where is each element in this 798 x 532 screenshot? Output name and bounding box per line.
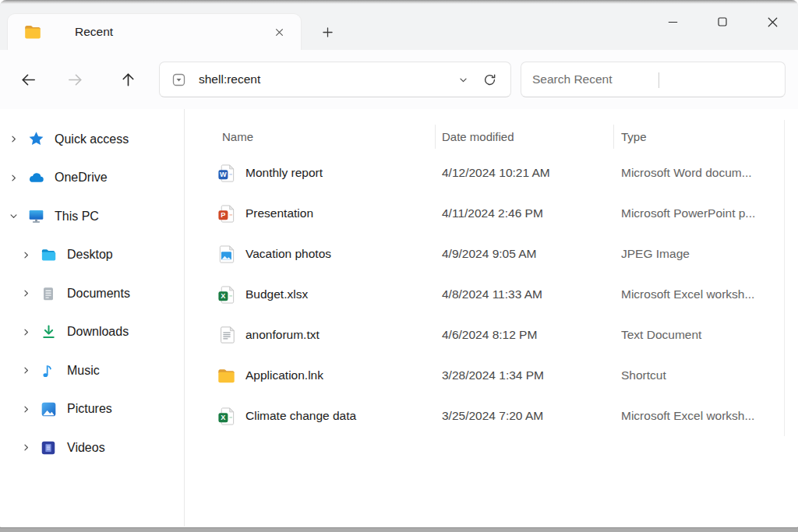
svg-text:W: W bbox=[220, 171, 227, 178]
file-name: Climate change data bbox=[245, 409, 356, 423]
chevron-right-icon[interactable] bbox=[5, 169, 22, 186]
file-name: Budget.xlsx bbox=[245, 287, 308, 301]
file-list-pane: Name Date modified Type W Monthly report… bbox=[185, 109, 798, 527]
word-file-icon: W bbox=[217, 164, 236, 183]
svg-text:X: X bbox=[221, 414, 225, 421]
file-row[interactable]: W Monthly report 4/12/2024 10:21 AM Micr… bbox=[185, 153, 784, 193]
sidebar-item-label: Documents bbox=[67, 287, 130, 301]
sidebar-item-desktop[interactable]: Desktop bbox=[0, 236, 184, 275]
file-date: 3/28/2024 1:34 PM bbox=[442, 368, 621, 382]
chevron-right-icon[interactable] bbox=[5, 131, 22, 148]
column-header-name[interactable]: Name bbox=[217, 130, 442, 143]
file-name: Vacation photos bbox=[245, 247, 331, 261]
column-header-type[interactable]: Type bbox=[621, 130, 784, 143]
file-row[interactable]: X Budget.xlsx 4/8/2024 11:33 AM Microsof… bbox=[185, 274, 784, 315]
back-arrow-icon[interactable] bbox=[12, 64, 44, 95]
sidebar-item-videos[interactable]: Videos bbox=[0, 428, 184, 467]
text-file-icon bbox=[217, 326, 236, 345]
tab-bar: Recent bbox=[0, 4, 798, 50]
address-bar[interactable]: shell:recent bbox=[159, 62, 511, 97]
file-type: Microsoft Word docum... bbox=[621, 166, 784, 180]
chevron-right-icon[interactable] bbox=[17, 400, 34, 417]
sidebar-item-this-pc[interactable]: This PC bbox=[0, 197, 184, 236]
desktop-folder-icon bbox=[39, 245, 58, 264]
sidebar-item-label: Quick access bbox=[55, 132, 129, 146]
sidebar-item-downloads[interactable]: Downloads bbox=[0, 313, 184, 352]
file-type: Microsoft Excel worksh... bbox=[621, 287, 784, 301]
folder-icon bbox=[23, 23, 42, 41]
chevron-right-icon[interactable] bbox=[17, 362, 34, 379]
svg-text:P: P bbox=[221, 211, 225, 219]
sidebar-item-documents[interactable]: Documents bbox=[0, 274, 184, 313]
sidebar-item-label: Downloads bbox=[67, 325, 129, 339]
up-arrow-icon[interactable] bbox=[112, 64, 143, 95]
file-date: 3/25/2024 7:20 AM bbox=[442, 409, 621, 423]
chevron-right-icon[interactable] bbox=[17, 246, 34, 263]
sidebar-item-pictures[interactable]: Pictures bbox=[0, 390, 184, 429]
search-caret bbox=[659, 72, 659, 88]
powerpoint-file-icon: P bbox=[217, 204, 236, 224]
navigation-pane: Quick access OneDrive This PC Desktop bbox=[0, 109, 185, 527]
file-row[interactable]: X Climate change data 3/25/2024 7:20 AM … bbox=[185, 396, 784, 436]
close-icon[interactable] bbox=[757, 10, 787, 33]
file-type: Text Document bbox=[621, 328, 784, 342]
column-headers: Name Date modified Type bbox=[185, 120, 784, 153]
file-type: Microsoft PowerPoint p... bbox=[621, 206, 784, 220]
column-header-date-modified[interactable]: Date modified bbox=[442, 130, 621, 143]
search-input[interactable] bbox=[532, 72, 774, 86]
sidebar-item-label: Videos bbox=[67, 441, 105, 455]
music-note-icon bbox=[39, 361, 58, 380]
download-arrow-icon bbox=[39, 322, 58, 341]
chevron-down-icon[interactable] bbox=[450, 66, 476, 93]
tab-recent[interactable]: Recent bbox=[8, 14, 301, 50]
file-name: Presentation bbox=[245, 206, 313, 220]
minimize-icon[interactable] bbox=[658, 10, 687, 33]
star-icon bbox=[26, 130, 45, 149]
document-icon bbox=[39, 284, 58, 303]
sidebar-item-label: Pictures bbox=[67, 402, 112, 416]
file-date: 4/6/2024 8:12 PM bbox=[442, 328, 621, 342]
file-row[interactable]: P Presentation 4/11/2024 2:46 PM Microso… bbox=[185, 193, 784, 234]
file-row[interactable]: anonforum.txt 4/6/2024 8:12 PM Text Docu… bbox=[185, 315, 784, 355]
sidebar-item-label: Music bbox=[67, 364, 100, 378]
file-row[interactable]: Vacation photos 4/9/2024 9:05 AM JPEG Im… bbox=[185, 234, 784, 274]
location-icon bbox=[169, 70, 188, 89]
tab-close-icon[interactable] bbox=[268, 21, 290, 43]
file-row[interactable]: Application.lnk 3/28/2024 1:34 PM Shortc… bbox=[185, 355, 784, 396]
refresh-icon[interactable] bbox=[476, 66, 503, 93]
monitor-icon bbox=[26, 207, 45, 226]
excel-file-icon: X bbox=[217, 285, 236, 305]
file-explorer-window: Recent bbox=[0, 0, 798, 532]
address-text: shell:recent bbox=[199, 72, 450, 86]
maximize-icon[interactable] bbox=[708, 10, 737, 33]
sidebar-item-label: OneDrive bbox=[55, 171, 108, 185]
chevron-down-icon[interactable] bbox=[5, 208, 22, 225]
file-date: 4/12/2024 10:21 AM bbox=[442, 166, 621, 180]
sidebar-item-onedrive[interactable]: OneDrive bbox=[0, 159, 184, 198]
sidebar-item-label: This PC bbox=[55, 210, 99, 224]
new-tab-button[interactable] bbox=[313, 18, 341, 46]
sidebar-item-label: Desktop bbox=[67, 248, 113, 262]
image-file-icon bbox=[217, 245, 236, 264]
forward-arrow-icon[interactable] bbox=[59, 64, 90, 95]
chevron-right-icon[interactable] bbox=[17, 439, 34, 456]
file-date: 4/9/2024 9:05 AM bbox=[442, 247, 621, 261]
sidebar-item-music[interactable]: Music bbox=[0, 351, 184, 390]
file-name: Application.lnk bbox=[245, 368, 323, 382]
svg-text:X: X bbox=[221, 292, 225, 300]
chevron-right-icon[interactable] bbox=[17, 285, 34, 302]
file-type: Microsoft Excel worksh... bbox=[621, 409, 784, 423]
main-area: Quick access OneDrive This PC Desktop bbox=[0, 109, 798, 527]
file-name: Monthly report bbox=[245, 166, 323, 180]
navigation-toolbar: shell:recent bbox=[0, 50, 798, 109]
file-type: JPEG Image bbox=[621, 247, 784, 261]
chevron-right-icon[interactable] bbox=[17, 323, 34, 340]
file-type: Shortcut bbox=[621, 368, 784, 382]
file-list: Name Date modified Type W Monthly report… bbox=[185, 120, 785, 436]
sidebar-item-quick-access[interactable]: Quick access bbox=[0, 120, 184, 159]
window-bottom-edge bbox=[0, 527, 798, 532]
file-date: 4/8/2024 11:33 AM bbox=[442, 287, 621, 301]
excel-file-icon: X bbox=[217, 407, 236, 426]
cloud-icon bbox=[26, 168, 45, 187]
picture-icon bbox=[39, 400, 58, 418]
